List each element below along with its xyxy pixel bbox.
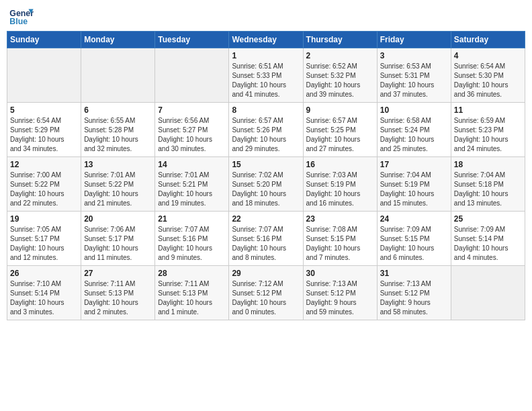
day-number: 10 — [380, 105, 448, 115]
weekday-header-thursday: Thursday — [303, 32, 377, 48]
day-info: Sunrise: 6:57 AM Sunset: 5:26 PM Dayligh… — [232, 116, 300, 154]
day-info: Sunrise: 7:11 AM Sunset: 5:13 PM Dayligh… — [158, 279, 226, 317]
day-number: 16 — [306, 160, 374, 169]
calendar-cell: 21Sunrise: 7:07 AM Sunset: 5:16 PM Dayli… — [155, 212, 229, 266]
calendar-cell: 31Sunrise: 7:13 AM Sunset: 5:12 PM Dayli… — [377, 266, 451, 320]
day-number: 23 — [306, 214, 374, 224]
day-number: 8 — [232, 105, 300, 115]
day-info: Sunrise: 7:09 AM Sunset: 5:14 PM Dayligh… — [454, 225, 522, 263]
calendar-cell: 2Sunrise: 6:52 AM Sunset: 5:32 PM Daylig… — [303, 48, 377, 103]
day-info: Sunrise: 6:59 AM Sunset: 5:23 PM Dayligh… — [454, 116, 522, 154]
page-header: General Blue — [7, 7, 525, 27]
weekday-header-row: SundayMondayTuesdayWednesdayThursdayFrid… — [7, 32, 525, 48]
day-info: Sunrise: 7:02 AM Sunset: 5:20 PM Dayligh… — [232, 171, 300, 208]
day-number: 2 — [306, 51, 374, 60]
day-info: Sunrise: 6:55 AM Sunset: 5:28 PM Dayligh… — [84, 116, 152, 154]
day-number: 6 — [84, 105, 152, 115]
day-info: Sunrise: 6:54 AM Sunset: 5:29 PM Dayligh… — [10, 116, 78, 154]
weekday-header-tuesday: Tuesday — [155, 32, 229, 48]
calendar-cell: 6Sunrise: 6:55 AM Sunset: 5:28 PM Daylig… — [81, 103, 155, 157]
weekday-header-sunday: Sunday — [7, 32, 81, 48]
calendar-cell: 14Sunrise: 7:01 AM Sunset: 5:21 PM Dayli… — [155, 157, 229, 212]
day-info: Sunrise: 7:03 AM Sunset: 5:19 PM Dayligh… — [306, 171, 374, 208]
day-info: Sunrise: 6:56 AM Sunset: 5:27 PM Dayligh… — [158, 116, 226, 154]
calendar-cell: 22Sunrise: 7:07 AM Sunset: 5:16 PM Dayli… — [229, 212, 303, 266]
calendar-cell: 3Sunrise: 6:53 AM Sunset: 5:31 PM Daylig… — [377, 48, 451, 103]
calendar-cell: 25Sunrise: 7:09 AM Sunset: 5:14 PM Dayli… — [451, 212, 525, 266]
calendar-cell: 9Sunrise: 6:57 AM Sunset: 5:25 PM Daylig… — [303, 103, 377, 157]
day-info: Sunrise: 6:52 AM Sunset: 5:32 PM Dayligh… — [306, 62, 374, 99]
weekday-header-saturday: Saturday — [451, 32, 525, 48]
day-info: Sunrise: 6:54 AM Sunset: 5:30 PM Dayligh… — [454, 62, 522, 99]
day-number: 19 — [10, 214, 78, 224]
calendar-cell: 4Sunrise: 6:54 AM Sunset: 5:30 PM Daylig… — [451, 48, 525, 103]
day-info: Sunrise: 6:51 AM Sunset: 5:33 PM Dayligh… — [232, 62, 300, 99]
weekday-header-wednesday: Wednesday — [229, 32, 303, 48]
logo-icon: General Blue — [9, 7, 34, 27]
day-number: 4 — [454, 51, 522, 60]
svg-text:Blue: Blue — [9, 17, 28, 26]
day-info: Sunrise: 7:12 AM Sunset: 5:12 PM Dayligh… — [232, 279, 300, 317]
week-row-3: 12Sunrise: 7:00 AM Sunset: 5:22 PM Dayli… — [7, 157, 525, 212]
day-info: Sunrise: 7:13 AM Sunset: 5:12 PM Dayligh… — [380, 279, 448, 317]
calendar-cell — [155, 48, 229, 103]
day-number: 26 — [10, 269, 78, 278]
day-info: Sunrise: 7:13 AM Sunset: 5:12 PM Dayligh… — [306, 279, 374, 317]
day-number: 20 — [84, 214, 152, 224]
day-number: 27 — [84, 269, 152, 278]
day-number: 31 — [380, 269, 448, 278]
calendar-cell — [81, 48, 155, 103]
calendar-cell: 12Sunrise: 7:00 AM Sunset: 5:22 PM Dayli… — [7, 157, 81, 212]
calendar-cell: 19Sunrise: 7:05 AM Sunset: 5:17 PM Dayli… — [7, 212, 81, 266]
calendar-cell: 16Sunrise: 7:03 AM Sunset: 5:19 PM Dayli… — [303, 157, 377, 212]
day-info: Sunrise: 6:57 AM Sunset: 5:25 PM Dayligh… — [306, 116, 374, 154]
calendar-cell: 27Sunrise: 7:11 AM Sunset: 5:13 PM Dayli… — [81, 266, 155, 320]
day-number: 28 — [158, 269, 226, 278]
day-number: 15 — [232, 160, 300, 169]
day-number: 29 — [232, 269, 300, 278]
calendar-cell: 20Sunrise: 7:06 AM Sunset: 5:17 PM Dayli… — [81, 212, 155, 266]
calendar-cell: 24Sunrise: 7:09 AM Sunset: 5:15 PM Dayli… — [377, 212, 451, 266]
calendar-cell: 18Sunrise: 7:04 AM Sunset: 5:18 PM Dayli… — [451, 157, 525, 212]
calendar-table: SundayMondayTuesdayWednesdayThursdayFrid… — [7, 31, 525, 320]
calendar-cell: 1Sunrise: 6:51 AM Sunset: 5:33 PM Daylig… — [229, 48, 303, 103]
day-number: 1 — [232, 51, 300, 60]
week-row-4: 19Sunrise: 7:05 AM Sunset: 5:17 PM Dayli… — [7, 212, 525, 266]
logo: General Blue — [9, 7, 38, 27]
day-info: Sunrise: 7:04 AM Sunset: 5:19 PM Dayligh… — [380, 171, 448, 208]
day-info: Sunrise: 7:01 AM Sunset: 5:22 PM Dayligh… — [84, 171, 152, 208]
calendar-cell: 11Sunrise: 6:59 AM Sunset: 5:23 PM Dayli… — [451, 103, 525, 157]
day-info: Sunrise: 6:58 AM Sunset: 5:24 PM Dayligh… — [380, 116, 448, 154]
day-number: 30 — [306, 269, 374, 278]
day-info: Sunrise: 7:00 AM Sunset: 5:22 PM Dayligh… — [10, 171, 78, 208]
day-number: 13 — [84, 160, 152, 169]
day-number: 24 — [380, 214, 448, 224]
day-number: 5 — [10, 105, 78, 115]
calendar-cell: 8Sunrise: 6:57 AM Sunset: 5:26 PM Daylig… — [229, 103, 303, 157]
day-number: 17 — [380, 160, 448, 169]
calendar-cell: 28Sunrise: 7:11 AM Sunset: 5:13 PM Dayli… — [155, 266, 229, 320]
day-number: 25 — [454, 214, 522, 224]
day-number: 9 — [306, 105, 374, 115]
week-row-1: 1Sunrise: 6:51 AM Sunset: 5:33 PM Daylig… — [7, 48, 525, 103]
day-info: Sunrise: 6:53 AM Sunset: 5:31 PM Dayligh… — [380, 62, 448, 99]
day-info: Sunrise: 7:08 AM Sunset: 5:15 PM Dayligh… — [306, 225, 374, 263]
calendar-cell: 29Sunrise: 7:12 AM Sunset: 5:12 PM Dayli… — [229, 266, 303, 320]
calendar-cell: 26Sunrise: 7:10 AM Sunset: 5:14 PM Dayli… — [7, 266, 81, 320]
day-number: 3 — [380, 51, 448, 60]
calendar-cell: 13Sunrise: 7:01 AM Sunset: 5:22 PM Dayli… — [81, 157, 155, 212]
calendar-cell: 15Sunrise: 7:02 AM Sunset: 5:20 PM Dayli… — [229, 157, 303, 212]
day-info: Sunrise: 7:06 AM Sunset: 5:17 PM Dayligh… — [84, 225, 152, 263]
calendar-cell: 5Sunrise: 6:54 AM Sunset: 5:29 PM Daylig… — [7, 103, 81, 157]
day-info: Sunrise: 7:04 AM Sunset: 5:18 PM Dayligh… — [454, 171, 522, 208]
weekday-header-friday: Friday — [377, 32, 451, 48]
calendar-cell: 7Sunrise: 6:56 AM Sunset: 5:27 PM Daylig… — [155, 103, 229, 157]
week-row-5: 26Sunrise: 7:10 AM Sunset: 5:14 PM Dayli… — [7, 266, 525, 320]
day-number: 18 — [454, 160, 522, 169]
calendar-cell: 17Sunrise: 7:04 AM Sunset: 5:19 PM Dayli… — [377, 157, 451, 212]
calendar-cell: 10Sunrise: 6:58 AM Sunset: 5:24 PM Dayli… — [377, 103, 451, 157]
day-info: Sunrise: 7:07 AM Sunset: 5:16 PM Dayligh… — [158, 225, 226, 263]
day-number: 12 — [10, 160, 78, 169]
day-info: Sunrise: 7:09 AM Sunset: 5:15 PM Dayligh… — [380, 225, 448, 263]
day-info: Sunrise: 7:05 AM Sunset: 5:17 PM Dayligh… — [10, 225, 78, 263]
